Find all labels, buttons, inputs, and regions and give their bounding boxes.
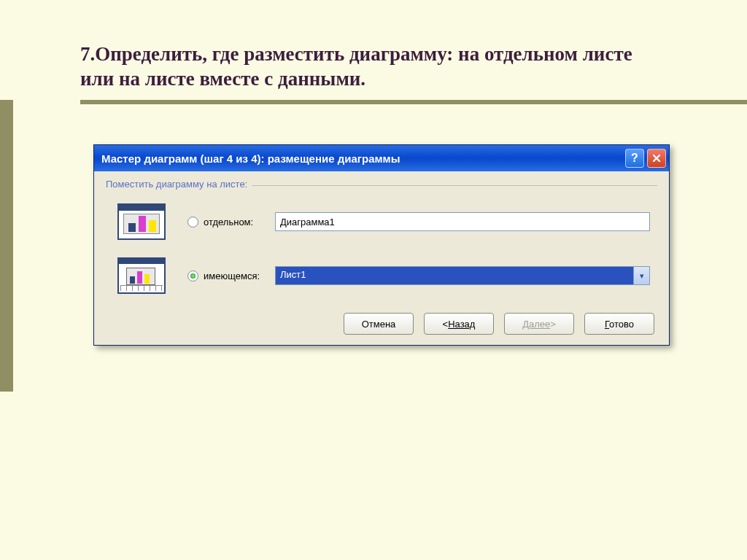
next-button: Далее > (504, 313, 574, 335)
cancel-button[interactable]: Отмена (344, 313, 414, 335)
radio-existing-sheet-label: имеющемся: (204, 271, 260, 281)
chevron-down-icon[interactable]: ▾ (633, 267, 649, 284)
back-button[interactable]: < Назад (424, 313, 494, 335)
side-accent-bar (0, 100, 13, 392)
slide: 7.Определить, где разместить диаграмму: … (0, 0, 747, 560)
slide-heading: 7.Определить, где разместить диаграмму: … (80, 42, 635, 92)
new-sheet-name-input[interactable] (275, 212, 650, 231)
chart-wizard-dialog: Мастер диаграмм (шаг 4 из 4): размещение… (93, 144, 670, 346)
existing-sheet-select[interactable]: Лист1 ▾ (275, 266, 650, 285)
close-button[interactable] (647, 149, 666, 168)
new-sheet-icon (117, 203, 166, 240)
placement-group: Поместить диаграмму на листе: (106, 180, 657, 307)
group-label: Поместить диаграмму на листе: (106, 179, 252, 190)
button-bar: Отмена < Назад Далее > Готово (106, 307, 657, 335)
dialog-body: Поместить диаграмму на листе: (94, 171, 669, 345)
radio-existing-sheet[interactable]: имеющемся: (187, 271, 275, 281)
row-existing-sheet: имеющемся: Лист1 ▾ (109, 257, 654, 294)
finish-button[interactable]: Готово (584, 313, 654, 335)
next-button-label: Далее (522, 319, 550, 330)
radio-icon (187, 271, 198, 281)
back-button-label: Назад (448, 319, 475, 330)
heading-underline (80, 100, 747, 104)
existing-sheet-icon (117, 257, 166, 294)
radio-new-sheet-label: отдельном: (204, 217, 253, 228)
titlebar[interactable]: Мастер диаграмм (шаг 4 из 4): размещение… (94, 145, 669, 171)
radio-icon (187, 217, 198, 228)
help-button[interactable]: ? (625, 149, 644, 168)
window-title: Мастер диаграмм (шаг 4 из 4): размещение… (101, 152, 622, 165)
row-new-sheet: отдельном: (109, 203, 654, 240)
radio-new-sheet[interactable]: отдельном: (187, 217, 275, 228)
existing-sheet-selected: Лист1 (276, 267, 633, 284)
close-icon (652, 154, 661, 163)
